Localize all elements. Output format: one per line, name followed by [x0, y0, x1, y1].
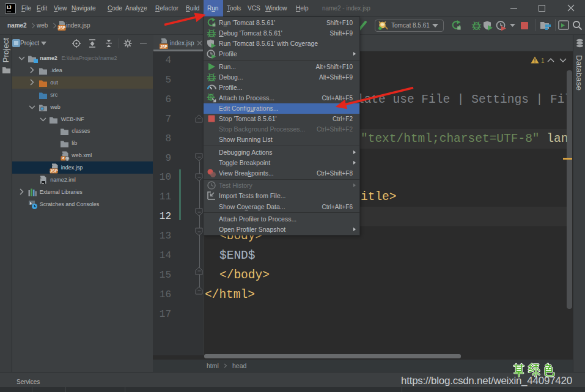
svg-text:<: <: [62, 156, 64, 160]
svg-text:JSP: JSP: [58, 26, 66, 30]
svg-text:JSP: JSP: [50, 169, 58, 173]
svg-text:JSP: JSP: [160, 45, 168, 49]
svg-text:1: 1: [541, 57, 545, 64]
